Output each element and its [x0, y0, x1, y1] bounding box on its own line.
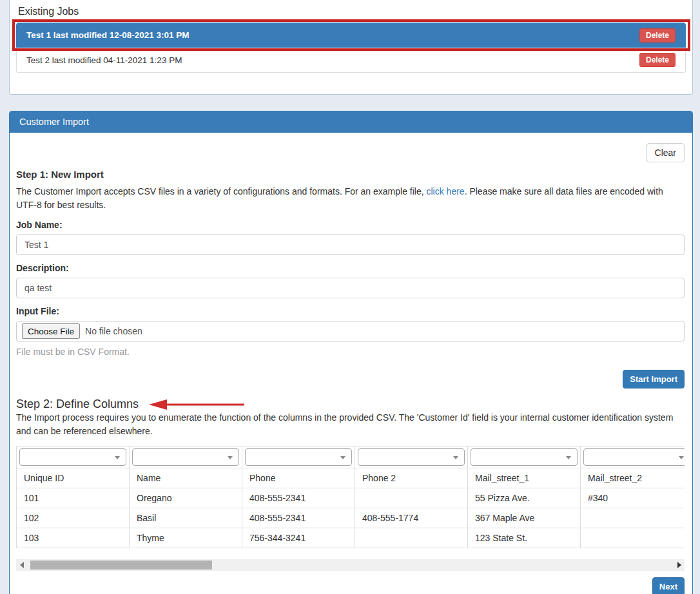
start-import-button[interactable]: Start Import	[623, 370, 685, 388]
table-cell	[581, 508, 685, 528]
annotation-arrow-icon	[148, 398, 246, 411]
table-cell: Oregano	[130, 488, 242, 508]
job-list: Test 1 last modified 12-08-2021 3:01 PMD…	[16, 23, 686, 73]
file-input[interactable]: Choose File No file chosen	[16, 321, 685, 341]
file-chosen-status: No file chosen	[85, 326, 142, 336]
customer-import-body: Clear Step 1: New Import The Customer Im…	[10, 133, 692, 594]
column-header: Name	[130, 468, 242, 488]
table-row: 103Thyme756-344-3241123 State St.	[17, 528, 685, 548]
page: Existing Jobs Test 1 last modified 12-08…	[0, 0, 700, 594]
clear-row: Clear	[16, 143, 685, 162]
clear-button[interactable]: Clear	[647, 143, 685, 162]
table-cell: #340	[581, 488, 685, 508]
next-row: Next	[16, 577, 685, 594]
step1-heading: Step 1: New Import	[16, 169, 685, 180]
table-cell: 408-555-2341	[242, 508, 355, 528]
table-cell: 55 Pizza Ave.	[468, 488, 581, 508]
next-button[interactable]: Next	[652, 577, 685, 594]
table-cell: 756-344-3241	[242, 528, 355, 548]
column-mapping-select[interactable]	[471, 448, 578, 466]
scrollbar-right-arrow[interactable]	[674, 559, 685, 571]
column-mapping-select[interactable]	[19, 448, 126, 466]
columns-table-body: Unique IDNamePhonePhone 2Mail_street_1Ma…	[17, 446, 685, 548]
columns-table: Unique IDNamePhonePhone 2Mail_street_1Ma…	[16, 446, 685, 548]
table-cell: Thyme	[130, 528, 242, 548]
table-cell	[355, 488, 468, 508]
column-select-row	[17, 446, 685, 468]
column-header: Phone	[242, 468, 355, 488]
customer-import-header: Customer Import	[10, 111, 692, 133]
job-name-label: Job Name:	[16, 220, 685, 230]
table-cell: 101	[17, 488, 130, 508]
job-name-input[interactable]	[16, 235, 685, 255]
description-input[interactable]	[16, 278, 685, 298]
start-import-row: Start Import	[16, 370, 685, 388]
table-cell: 408-555-2341	[242, 488, 355, 508]
chevron-down-icon	[453, 456, 458, 459]
example-file-link[interactable]: click here	[427, 186, 465, 196]
columns-table-wrap: Unique IDNamePhonePhone 2Mail_street_1Ma…	[16, 446, 685, 548]
chevron-down-icon	[679, 456, 684, 459]
customer-import-panel: Customer Import Clear Step 1: New Import…	[9, 111, 693, 594]
job-row[interactable]: Test 1 last modified 12-08-2021 3:01 PMD…	[16, 23, 686, 48]
horizontal-scrollbar[interactable]	[16, 559, 685, 571]
content: Existing Jobs Test 1 last modified 12-08…	[9, 0, 693, 594]
table-cell	[355, 528, 468, 548]
input-file-label: Input File:	[16, 306, 685, 316]
job-row[interactable]: Test 2 last modified 04-11-2021 1:23 PMD…	[16, 48, 686, 73]
column-header: Mail_street_1	[468, 468, 581, 488]
scrollbar-left-arrow[interactable]	[16, 559, 27, 571]
column-header: Unique ID	[17, 468, 130, 488]
triangle-left-icon	[20, 562, 24, 568]
job-label: Test 2 last modified 04-11-2021 1:23 PM	[26, 55, 182, 65]
step2-intro: The Import process requires you to enume…	[16, 411, 685, 438]
table-cell: Basil	[130, 508, 242, 528]
column-header: Phone 2	[355, 468, 468, 488]
column-mapping-select[interactable]	[358, 448, 465, 466]
existing-jobs-title: Existing Jobs	[10, 0, 692, 17]
table-row: 102Basil408-555-2341408-555-1774367 Mapl…	[17, 508, 685, 528]
scrollbar-thumb[interactable]	[30, 560, 212, 570]
step1-intro: The Customer Import accepts CSV files in…	[16, 185, 685, 212]
column-mapping-select[interactable]	[583, 448, 685, 466]
chevron-down-icon	[115, 456, 120, 459]
delete-button[interactable]: Delete	[639, 53, 676, 67]
choose-file-button[interactable]: Choose File	[22, 323, 80, 339]
column-header: Mail_street_2	[581, 468, 685, 488]
triangle-right-icon	[677, 562, 681, 568]
existing-jobs-panel: Existing Jobs Test 1 last modified 12-08…	[9, 0, 693, 95]
description-label: Description:	[16, 263, 685, 273]
chevron-down-icon	[566, 456, 571, 459]
delete-button[interactable]: Delete	[639, 28, 676, 43]
table-cell: 367 Maple Ave	[468, 508, 581, 528]
file-format-hint: File must be in CSV Format.	[16, 347, 685, 357]
step2-heading: Step 2: Define Columns	[16, 398, 139, 411]
chevron-down-icon	[228, 456, 233, 459]
table-cell: 408-555-1774	[355, 508, 468, 528]
table-cell	[581, 528, 685, 548]
job-label: Test 1 last modified 12-08-2021 3:01 PM	[26, 30, 190, 40]
step1-intro-before: The Customer Import accepts CSV files in…	[16, 186, 427, 196]
column-mapping-select[interactable]	[132, 448, 239, 466]
column-mapping-select[interactable]	[245, 448, 352, 466]
step2-heading-row: Step 2: Define Columns	[16, 398, 685, 411]
table-cell: 103	[17, 528, 130, 548]
chevron-down-icon	[340, 456, 345, 459]
table-cell: 102	[17, 508, 130, 528]
table-cell: 123 State St.	[468, 528, 581, 548]
table-row: 101Oregano408-555-234155 Pizza Ave.#340	[17, 488, 685, 508]
table-header-row: Unique IDNamePhonePhone 2Mail_street_1Ma…	[17, 468, 685, 488]
